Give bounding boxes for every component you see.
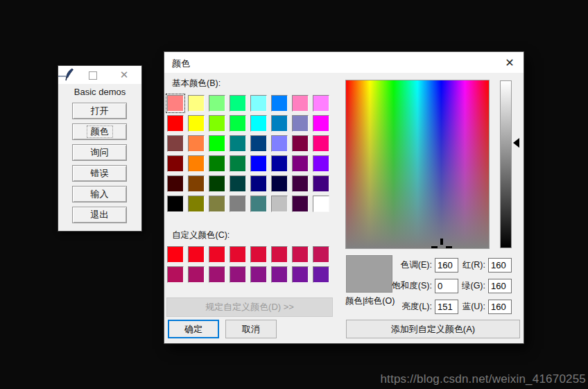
add-to-custom-colors-button[interactable]: 添加到自定义颜色(A) [346, 320, 520, 338]
ok-button[interactable]: 确定 [168, 320, 219, 338]
basic-color-swatch[interactable] [167, 175, 184, 192]
custom-color-swatch[interactable] [292, 246, 309, 263]
basic-color-swatch[interactable] [313, 196, 329, 212]
custom-color-swatch[interactable] [167, 266, 184, 283]
custom-color-swatch[interactable] [250, 266, 267, 283]
basic-color-swatch[interactable] [271, 155, 288, 172]
basic-color-swatch[interactable] [188, 155, 205, 172]
luminance-input[interactable] [435, 300, 458, 314]
demo-button-打开[interactable]: 打开 [72, 103, 127, 119]
basic-color-swatch[interactable] [167, 95, 184, 112]
custom-color-swatch[interactable] [292, 266, 309, 283]
basic-color-swatch[interactable] [188, 95, 205, 112]
basic-color-swatch[interactable] [167, 115, 184, 132]
red-input[interactable] [488, 258, 512, 273]
red-label: 红(R): [456, 259, 488, 271]
color-crosshair-icon [440, 239, 443, 245]
blue-input[interactable] [488, 300, 512, 314]
luminance-slider-arrow-icon[interactable] [513, 138, 519, 148]
custom-color-swatch[interactable] [271, 266, 288, 283]
custom-colors-label: 自定义颜色(C): [172, 230, 230, 241]
demo-button-错误[interactable]: 错误 [72, 165, 127, 182]
cancel-button[interactable]: 取消 [225, 320, 277, 338]
basic-color-swatch[interactable] [188, 135, 205, 152]
basic-color-swatch[interactable] [313, 135, 329, 152]
green-input[interactable] [488, 279, 512, 293]
basic-color-swatch[interactable] [250, 196, 267, 212]
basic-color-swatch[interactable] [250, 175, 267, 192]
basic-color-swatch[interactable] [209, 95, 225, 112]
custom-color-swatch[interactable] [209, 246, 225, 263]
basic-color-swatch[interactable] [292, 95, 309, 112]
close-button[interactable]: ✕ [118, 69, 130, 81]
basic-colors-label: 基本颜色(B): [172, 78, 220, 89]
basic-color-swatch[interactable] [313, 155, 329, 172]
custom-color-swatch[interactable] [209, 266, 225, 283]
custom-color-swatch[interactable] [313, 246, 329, 263]
basic-color-swatch[interactable] [271, 196, 288, 212]
custom-color-swatch[interactable] [230, 266, 246, 283]
basic-color-swatch[interactable] [250, 115, 267, 132]
saturation-input[interactable] [435, 279, 458, 293]
custom-color-swatch[interactable] [167, 246, 184, 263]
basic-color-swatch[interactable] [292, 196, 309, 212]
demo-button-退出[interactable]: 退出 [72, 207, 127, 223]
basic-color-swatch[interactable] [292, 175, 309, 192]
demo-window: ✕ Basic demos 打开颜色询问错误输入退出 [58, 66, 141, 231]
basic-color-swatch[interactable] [230, 175, 246, 192]
basic-color-swatch[interactable] [271, 95, 288, 112]
basic-color-swatch[interactable] [230, 196, 246, 212]
luminance-slider[interactable] [500, 80, 512, 248]
demo-button-list: 打开颜色询问错误输入退出 [72, 103, 127, 223]
basic-color-swatch[interactable] [230, 95, 246, 112]
basic-color-swatch[interactable] [230, 155, 246, 172]
basic-color-swatch[interactable] [292, 135, 309, 152]
basic-color-swatch[interactable] [250, 95, 267, 112]
close-icon[interactable]: ✕ [502, 55, 517, 71]
basic-colors-grid [167, 95, 329, 212]
basic-color-swatch[interactable] [271, 115, 288, 132]
basic-color-swatch[interactable] [230, 135, 246, 152]
color-dialog-titlebar[interactable]: 颜色 ✕ [164, 52, 524, 73]
custom-color-swatch[interactable] [250, 246, 267, 263]
demo-button-输入[interactable]: 输入 [72, 186, 127, 202]
color-crosshair-icon [431, 246, 438, 248]
dialog-title: 颜色 [172, 58, 190, 70]
basic-color-swatch[interactable] [188, 115, 205, 132]
custom-color-swatch[interactable] [230, 246, 246, 263]
basic-color-swatch[interactable] [167, 135, 184, 152]
basic-color-swatch[interactable] [209, 155, 225, 172]
hue-saturation-field[interactable] [345, 80, 490, 249]
basic-color-swatch[interactable] [271, 175, 288, 192]
hue-input[interactable] [435, 258, 458, 273]
saturation-label: 饱和度(S): [373, 280, 435, 292]
basic-color-swatch[interactable] [271, 135, 288, 152]
custom-color-swatch[interactable] [188, 246, 205, 263]
basic-color-swatch[interactable] [209, 196, 225, 212]
basic-color-swatch[interactable] [250, 155, 267, 172]
demo-button-颜色[interactable]: 颜色 [72, 123, 127, 140]
basic-color-swatch[interactable] [209, 115, 225, 132]
demo-window-titlebar[interactable]: ✕ [58, 66, 141, 84]
custom-color-swatch[interactable] [313, 266, 329, 283]
basic-color-swatch[interactable] [188, 175, 205, 192]
basic-color-swatch[interactable] [313, 115, 329, 132]
custom-color-swatch[interactable] [271, 246, 288, 263]
basic-color-swatch[interactable] [313, 95, 329, 112]
basic-color-swatch[interactable] [209, 175, 225, 192]
basic-color-swatch[interactable] [167, 196, 184, 212]
demo-button-询问[interactable]: 询问 [72, 144, 127, 161]
basic-color-swatch[interactable] [292, 115, 309, 132]
hue-label: 色调(E): [373, 259, 435, 271]
custom-color-swatch[interactable] [188, 266, 205, 283]
blue-label: 蓝(U): [456, 301, 488, 313]
basic-color-swatch[interactable] [167, 155, 184, 172]
custom-colors-grid [167, 246, 329, 283]
basic-color-swatch[interactable] [188, 196, 205, 212]
maximize-button[interactable] [89, 71, 97, 80]
basic-color-swatch[interactable] [230, 115, 246, 132]
basic-color-swatch[interactable] [209, 135, 225, 152]
basic-color-swatch[interactable] [292, 155, 309, 172]
basic-color-swatch[interactable] [313, 175, 329, 192]
basic-color-swatch[interactable] [250, 135, 267, 152]
